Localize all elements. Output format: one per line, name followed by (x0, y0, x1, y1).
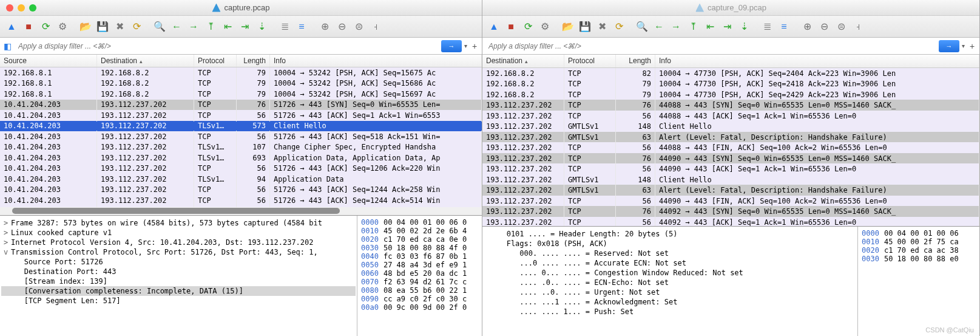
close-file-icon[interactable]: ✖ (112, 19, 127, 35)
hex-line[interactable]: 0040fc 03 03 f6 87 0b 1 (359, 252, 481, 261)
reload-icon[interactable]: ⟳ (611, 19, 627, 35)
colorize-icon[interactable]: ≣ (277, 19, 292, 35)
header-destination[interactable]: Destination▴ (97, 55, 194, 67)
tree-line[interactable]: .... 0... .... = Congestion Window Reduc… (484, 268, 856, 278)
packet-row[interactable]: 192.168.8.1192.168.8.2TCP7910004 → 53242… (0, 89, 482, 100)
tree-line[interactable]: ...0 .... .... = Accurate ECN: Not set (484, 258, 856, 268)
packet-list-left[interactable]: Source Destination▴ Protocol Length Info… (0, 55, 482, 216)
tree-line[interactable]: >Internet Protocol Version 4, Src: 10.41… (1, 238, 356, 247)
packet-row[interactable]: 193.112.237.202TCP7644088 → 443 [SYN] Se… (482, 100, 979, 111)
tree-line[interactable]: Destination Port: 443 (1, 267, 356, 276)
resize-columns-icon[interactable]: ⫞ (368, 19, 384, 35)
expand-icon[interactable] (486, 249, 493, 258)
packet-row[interactable]: 192.168.8.1192.168.8.2TCP7910004 → 53242… (0, 78, 482, 89)
tree-line[interactable]: 000. .... .... = Reserved: Not set (484, 249, 856, 258)
hex-line[interactable]: 0020c1 70 ed ca ca 0e 0 (359, 235, 481, 244)
restart-capture-icon[interactable]: ⟳ (520, 19, 536, 35)
dropdown-icon[interactable]: ▾ (962, 43, 965, 49)
packet-row[interactable]: 10.41.204.203193.112.237.202TCP5651726 →… (0, 131, 482, 142)
packet-row[interactable]: 10.41.204.203193.112.237.202TLSv1…573Cli… (0, 121, 482, 132)
packet-list-right[interactable]: Destination▴ Protocol Length Info 192.16… (482, 55, 979, 227)
go-to-packet-icon[interactable]: ⤒ (203, 19, 218, 35)
header-info[interactable]: Info (270, 55, 482, 67)
shark-fin-icon[interactable]: ▲ (4, 19, 19, 35)
save-file-icon[interactable]: 💾 (95, 19, 110, 35)
hex-line[interactable]: 000000 04 00 01 00 06 (859, 229, 978, 238)
go-forward-icon[interactable]: → (668, 19, 684, 35)
restart-capture-icon[interactable]: ⟳ (38, 19, 53, 35)
packet-row[interactable]: 10.41.204.203193.112.237.202TCP5651726 →… (0, 163, 482, 174)
go-back-icon[interactable]: ← (169, 19, 184, 35)
expand-icon[interactable] (486, 239, 493, 248)
zoom-in-icon[interactable]: ⊕ (317, 19, 333, 35)
expand-icon[interactable] (486, 259, 493, 267)
packet-row[interactable]: 193.112.237.202TCP5644092 → 443 [ACK] Se… (482, 217, 979, 226)
tree-line[interactable]: .... ...1 .... = Acknowledgment: Set (484, 297, 856, 307)
stop-capture-icon[interactable]: ■ (503, 19, 519, 35)
packet-details-tree[interactable]: 0101 .... = Header Length: 20 bytes (5) … (482, 227, 858, 336)
packet-row[interactable]: 192.168.8.2TCP8210004 → 47730 [PSH, ACK]… (482, 68, 979, 79)
packet-row[interactable]: 193.112.237.202TCP7644090 → 443 [SYN] Se… (482, 153, 979, 164)
tree-line[interactable]: vTransmission Control Protocol, Src Port… (1, 247, 356, 257)
packet-row[interactable]: 193.112.237.202TCP5644090 → 443 [FIN, AC… (482, 196, 979, 207)
tree-line[interactable]: Source Port: 51726 (1, 257, 356, 267)
packet-row[interactable]: 193.112.237.202TCP5644088 → 443 [ACK] Se… (482, 111, 979, 122)
hex-line[interactable]: 003050 18 00 80 88 4f 0 (359, 244, 481, 252)
packet-row[interactable]: 193.112.237.202GMTLSv163Alert (Level: Fa… (482, 185, 979, 196)
expand-icon[interactable]: > (4, 228, 11, 237)
packet-details-tree[interactable]: >Frame 3287: 573 bytes on wire (4584 bit… (0, 216, 357, 336)
go-first-icon[interactable]: ⇤ (220, 19, 235, 35)
apply-filter-button[interactable]: → (441, 40, 462, 52)
hex-line[interactable]: 001045 00 00 2f 75 ca (859, 238, 978, 246)
color-rules-icon[interactable]: ≡ (776, 19, 792, 35)
expand-icon[interactable] (486, 307, 493, 316)
expand-icon[interactable] (486, 278, 493, 287)
close-file-icon[interactable]: ✖ (594, 19, 610, 35)
colorize-icon[interactable]: ≣ (759, 19, 775, 35)
expand-icon[interactable] (486, 298, 493, 306)
shark-fin-icon[interactable]: ▲ (486, 19, 502, 35)
capture-options-icon[interactable]: ⚙ (537, 19, 553, 35)
tree-line[interactable]: [Conversation completeness: Incomplete, … (1, 286, 356, 296)
minimize-window-icon[interactable] (18, 4, 25, 12)
zoom-reset-icon[interactable]: ⊜ (351, 19, 367, 35)
auto-scroll-icon[interactable]: ⇣ (736, 19, 752, 35)
hex-line[interactable]: 001045 00 02 2d 2e 6b 4 (359, 227, 481, 235)
tree-line[interactable]: .... ..0. .... = Urgent: Not set (484, 287, 856, 297)
stop-capture-icon[interactable]: ■ (21, 19, 36, 35)
expand-icon[interactable] (4, 297, 11, 305)
header-length[interactable]: Length (616, 55, 655, 67)
header-protocol[interactable]: Protocol (564, 55, 616, 67)
go-back-icon[interactable]: ← (651, 19, 667, 35)
packet-row[interactable]: 192.168.8.2TCP7910004 → 47730 [PSH, ACK]… (482, 89, 979, 100)
color-rules-icon[interactable]: ≡ (294, 19, 309, 35)
header-destination[interactable]: Destination▴ (482, 55, 564, 67)
dropdown-icon[interactable]: ▾ (464, 43, 467, 49)
packet-bytes-hex[interactable]: 000000 04 00 01 00 06001045 00 00 2f 75 … (858, 227, 979, 336)
expand-icon[interactable] (4, 258, 11, 266)
packet-row[interactable]: 10.41.204.203193.112.237.202TCP5651726 →… (0, 110, 482, 121)
add-filter-button[interactable]: + (470, 41, 479, 51)
packet-row[interactable]: 192.168.8.1192.168.8.2TCP7910004 → 53242… (0, 67, 482, 78)
packet-row[interactable]: 193.112.237.202TCP5644090 → 443 [ACK] Se… (482, 163, 979, 174)
expand-icon[interactable]: v (4, 248, 11, 256)
open-file-icon[interactable]: 📂 (78, 19, 93, 35)
expand-icon[interactable] (4, 287, 11, 295)
go-last-icon[interactable]: ⇥ (719, 19, 735, 35)
hex-line[interactable]: 0090cc a9 c0 2f c0 30 c (359, 295, 481, 303)
expand-icon[interactable]: > (4, 238, 11, 247)
tree-line[interactable]: .... .0.. .... = ECN-Echo: Not set (484, 278, 856, 287)
reload-icon[interactable]: ⟳ (129, 19, 144, 35)
filter-bookmark-icon[interactable]: ◧ (2, 41, 12, 51)
horizontal-scrollbar[interactable] (0, 207, 482, 215)
packet-row[interactable]: 193.112.237.202TCP7644092 → 443 [SYN] Se… (482, 206, 979, 217)
find-packet-icon[interactable]: 🔍 (634, 19, 650, 35)
expand-icon[interactable] (486, 230, 493, 238)
packet-row[interactable]: 10.41.204.203193.112.237.202TLSv1…94Appl… (0, 174, 482, 185)
packet-row[interactable]: 10.41.204.203193.112.237.202TCP5651726 →… (0, 185, 482, 196)
hex-line[interactable]: 005027 48 a4 3d ef e9 1 (359, 261, 481, 269)
expand-icon[interactable]: > (4, 219, 11, 227)
header-source[interactable]: Source (0, 55, 97, 67)
packet-row[interactable]: 10.41.204.203193.112.237.202TCP7651726 →… (0, 100, 482, 111)
packet-row[interactable]: 10.41.204.203193.112.237.202TCP5651726 →… (0, 195, 482, 206)
